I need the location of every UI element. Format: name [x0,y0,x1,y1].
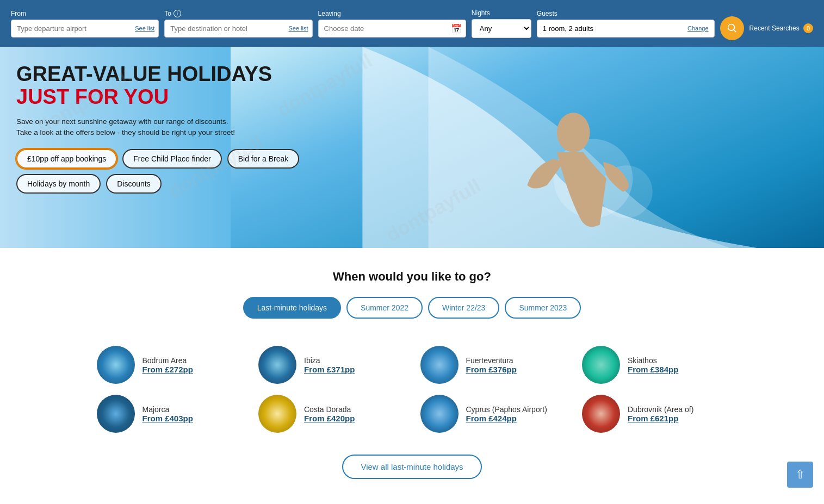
leaving-field: Leaving 📅 [318,10,466,38]
hero-subtitle: Save on your next sunshine getaway with … [16,116,245,139]
hero-buttons: £10pp off app bookings Free Child Place … [16,149,305,194]
destination-circle [582,346,620,384]
destination-circle [420,346,459,384]
destination-circle [97,346,135,384]
scroll-to-top-button[interactable]: ⇧ [787,462,813,488]
from-label: From [11,10,159,17]
destination-info: Dubrovnik (Area of)From £621pp [628,405,693,423]
free-child-place-button[interactable]: Free Child Place finder [122,149,221,169]
destination-item: FuerteventuraFrom £376pp [420,346,566,384]
guests-change-link[interactable]: Change [687,25,709,32]
destinations-grid: Bodrum AreaFrom £272ppIbizaFrom £371ppFu… [86,346,739,433]
guests-display[interactable]: 1 room, 2 adults Change [537,20,715,38]
destination-name: Cyprus (Paphos Airport) [466,405,547,414]
nights-select[interactable]: Any 7 14 [472,19,531,38]
from-see-list-link[interactable]: See list [135,25,154,32]
calendar-icon[interactable]: 📅 [451,23,462,34]
leaving-label: Leaving [318,10,466,17]
from-input-wrapper: See list [11,20,159,38]
destination-item: SkiathosFrom £384pp [582,346,728,384]
destination-info: Costa DoradaFrom £420pp [304,405,355,423]
recent-searches-count: 0 [803,23,813,33]
date-input[interactable] [318,20,466,38]
discounts-button[interactable]: Discounts [106,174,161,194]
recent-searches: Recent Searches 0 [749,23,813,33]
nights-label: Nights [472,9,531,17]
guests-label: Guests [537,10,715,17]
guests-field: Guests 1 room, 2 adults Change [537,10,715,38]
destination-item: Costa DoradaFrom £420pp [258,395,404,433]
app-bookings-button[interactable]: £10pp off app bookings [16,149,117,169]
svg-point-3 [557,113,590,152]
destination-price-link[interactable]: From £272pp [143,365,193,374]
destination-name: Bodrum Area [143,356,193,365]
view-all-container: View all last-minute holidays [0,449,824,495]
destination-circle [582,395,620,433]
destination-name: Costa Dorada [304,405,355,414]
info-icon[interactable]: i [174,10,181,17]
when-section: When would you like to go? Last-minute h… [0,248,824,346]
destination-circle [420,395,459,433]
hero-image [231,47,824,248]
water-background [231,47,824,248]
destination-name: Ibiza [304,356,355,365]
arrow-up-icon: ⇧ [795,468,805,482]
guests-value: 1 room, 2 adults [543,24,593,33]
period-tabs: Last-minute holidays Summer 2022 Winter … [11,297,813,319]
destination-circle [258,346,296,384]
nights-field: Nights Any 7 14 [472,9,531,38]
destination-name: Skiathos [628,356,678,365]
tab-last-minute[interactable]: Last-minute holidays [243,297,341,319]
destination-price-link[interactable]: From £403pp [143,414,193,423]
search-button[interactable] [720,16,744,40]
bid-for-break-button[interactable]: Bid for a Break [227,149,300,169]
destination-item: Dubrovnik (Area of)From £621pp [582,395,728,433]
destination-price-link[interactable]: From £621pp [628,414,693,423]
destination-price-link[interactable]: From £384pp [628,365,678,374]
destination-item: IbizaFrom £371pp [258,346,404,384]
destination-name: Dubrovnik (Area of) [628,405,693,414]
destination-info: SkiathosFrom £384pp [628,356,678,374]
view-all-button[interactable]: View all last-minute holidays [342,455,481,479]
to-input-wrapper: See list [164,20,312,38]
hero-title-line2: JUST FOR YOU [16,86,305,109]
destination-info: MajorcaFrom £403pp [143,405,193,423]
to-field: To i See list [164,10,312,38]
destination-info: Cyprus (Paphos Airport)From £424pp [466,405,547,423]
tab-summer-2023[interactable]: Summer 2023 [505,297,581,319]
from-field: From See list [11,10,159,38]
destination-price-link[interactable]: From £420pp [304,414,355,423]
hero-section: dontpayfull dontpayfull dontpayfull dont… [0,47,824,248]
destination-price-link[interactable]: From £376pp [466,365,517,374]
destination-circle [258,395,296,433]
destination-info: FuerteventuraFrom £376pp [466,356,517,374]
to-see-list-link[interactable]: See list [288,25,308,32]
destination-name: Majorca [143,405,193,414]
to-label: To i [164,10,312,17]
destination-item: Cyprus (Paphos Airport)From £424pp [420,395,566,433]
date-input-wrapper: 📅 [318,20,466,38]
destination-info: IbizaFrom £371pp [304,356,355,374]
hero-title-line1: GREAT-VALUE HOLIDAYS [16,63,305,86]
destination-item: MajorcaFrom £403pp [97,395,243,433]
destination-circle [97,395,135,433]
destination-item: Bodrum AreaFrom £272pp [97,346,243,384]
holidays-by-month-button[interactable]: Holidays by month [16,174,101,194]
search-icon [727,23,738,34]
search-bar: From See list To i See list Leaving 📅 Ni… [0,0,824,47]
destination-price-link[interactable]: From £424pp [466,414,547,423]
destination-name: Fuerteventura [466,356,517,365]
destination-info: Bodrum AreaFrom £272pp [143,356,193,374]
tab-summer-2022[interactable]: Summer 2022 [346,297,423,319]
when-title: When would you like to go? [11,270,813,284]
waterslide-illustration [231,47,824,248]
destination-price-link[interactable]: From £371pp [304,365,355,374]
hero-content: GREAT-VALUE HOLIDAYS JUST FOR YOU Save o… [16,63,305,194]
tab-winter-22-23[interactable]: Winter 22/23 [428,297,499,319]
